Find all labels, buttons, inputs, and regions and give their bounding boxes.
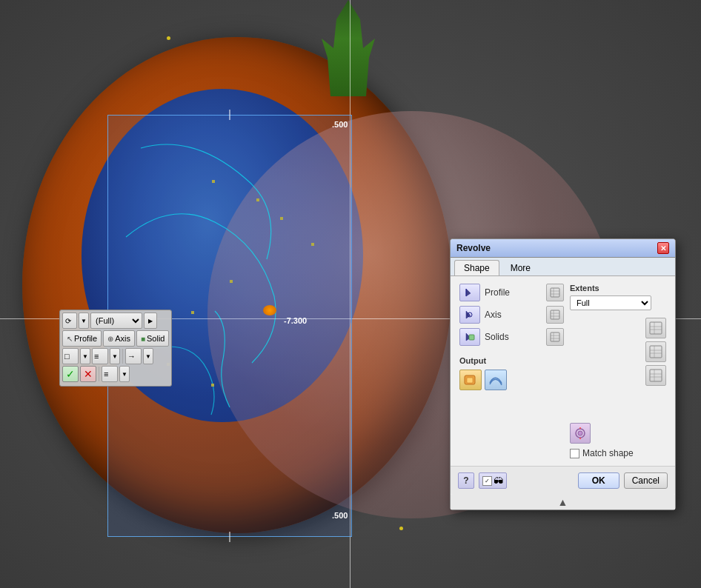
output-row [459, 370, 564, 390]
preview-checkbox[interactable] [482, 476, 492, 486]
footer-left: ? 🕶 [458, 472, 507, 489]
svg-rect-9 [551, 288, 559, 297]
axis-icon: ⊕ [107, 335, 113, 343]
solid-icon: ■ [141, 335, 145, 343]
footer-right: OK Cancel [578, 472, 668, 489]
svg-rect-33 [650, 370, 662, 381]
solids-item-row: Solids [459, 328, 564, 346]
svg-rect-14 [551, 310, 559, 319]
stack-dropdown[interactable]: ▼ [110, 348, 120, 364]
solids-select-btn[interactable] [546, 328, 564, 346]
axis-item-label: Axis [485, 310, 502, 320]
action-buttons [570, 318, 666, 386]
solids-item-icon[interactable] [459, 328, 480, 346]
extents-select[interactable]: Full Angle To From-To Symmetric [570, 295, 651, 310]
tab-more[interactable]: More [501, 260, 540, 275]
square-btn[interactable]: □ [62, 348, 79, 364]
solid-button[interactable]: ■ Solid [136, 330, 170, 347]
revolve-dialog: Revolve ✕ Shape More Profile [450, 238, 676, 510]
tab-shape[interactable]: Shape [454, 260, 499, 275]
arrow-btn[interactable]: → [125, 348, 142, 364]
confirm-button[interactable]: ✓ [62, 366, 79, 382]
ok-button[interactable]: OK [578, 472, 619, 489]
svg-rect-29 [650, 346, 662, 358]
profile-icon: ↖ [67, 335, 73, 343]
arrow-dropdown[interactable]: ▼ [143, 348, 153, 364]
svg-rect-25 [650, 322, 662, 334]
rotate-button[interactable]: ⟳ [62, 313, 77, 329]
extents-label: Extents [570, 284, 666, 293]
shape-items-panel: Profile [459, 284, 564, 458]
view-dropdown-arrow[interactable]: ▼ [79, 313, 89, 329]
action-btn-1[interactable] [645, 318, 666, 338]
dimension-top: .500 [332, 120, 348, 129]
glasses-icon: 🕶 [494, 475, 503, 487]
output-solid-icon[interactable] [459, 370, 482, 390]
dialog-cancel-button[interactable]: Cancel [624, 472, 668, 489]
profile-item-icon[interactable] [459, 284, 480, 301]
profile-item-row: Profile [459, 284, 564, 301]
axis-select-btn[interactable] [546, 306, 564, 324]
list-btn[interactable]: ≡ [102, 366, 118, 382]
help-button[interactable]: ? [458, 472, 474, 489]
dialog-body: Profile [451, 276, 675, 466]
match-shape-check-row: Match shape [570, 448, 666, 458]
match-shape-label: Match shape [582, 448, 634, 458]
svg-point-38 [578, 431, 582, 435]
toolbar-row-2: ↖ Profile ⊕ Axis ■ Solid [62, 330, 169, 347]
stack-btn[interactable]: ≡ [92, 348, 108, 364]
svg-rect-24 [467, 378, 473, 383]
svg-rect-18 [469, 335, 474, 340]
axis-item-icon[interactable] [459, 306, 480, 324]
dimension-bot: .500 [332, 511, 348, 520]
toolbar-row-1: ⟳ ▼ (Full) ▶ [62, 313, 169, 329]
dialog-footer: ? 🕶 OK Cancel [451, 466, 675, 495]
toolbar-row-3: □ ▼ ≡ ▼ → ▼ [62, 348, 169, 364]
right-panel: Extents Full Angle To From-To Symmetric [570, 284, 666, 458]
view-select-arrow[interactable]: ▶ [144, 313, 157, 329]
solids-item-label: Solids [485, 332, 509, 342]
output-label: Output [459, 356, 564, 365]
profile-item-label: Profile [485, 287, 510, 298]
profile-button[interactable]: ↖ Profile [62, 330, 102, 347]
match-shape-container: Match shape [570, 423, 666, 458]
solid-label: Solid [147, 334, 165, 343]
cancel-button[interactable]: ✕ [80, 366, 96, 382]
dialog-arrow: ▲ [451, 495, 675, 510]
toolbar-panel: ⟳ ▼ (Full) ▶ ↖ Profile ⊕ Axis ■ Solid □ [59, 310, 172, 387]
glasses-button[interactable]: 🕶 [479, 472, 507, 489]
list-dropdown[interactable]: ▼ [119, 366, 130, 382]
dialog-titlebar: Revolve ✕ [451, 239, 675, 258]
dialog-title: Revolve [456, 243, 491, 253]
yellow-dot-2 [399, 527, 403, 530]
match-shape-icon[interactable] [570, 423, 591, 444]
action-btn-2[interactable] [645, 341, 666, 362]
profile-label: Profile [74, 334, 97, 343]
dimension-mid: -7.300 [284, 316, 307, 325]
toolbar-row-4: ✓ ✕ ≡ ▼ [62, 366, 169, 382]
svg-rect-19 [551, 333, 559, 341]
yellow-dot-1 [167, 36, 170, 40]
profile-select-btn[interactable] [546, 284, 564, 301]
dialog-close-button[interactable]: ✕ [657, 242, 669, 254]
axis-item-row: Axis [459, 306, 564, 324]
match-shape-checkbox[interactable] [570, 449, 579, 458]
orange-marker [263, 305, 276, 315]
action-btn-3[interactable] [645, 365, 666, 386]
axis-button[interactable]: ⊕ Axis [103, 330, 135, 347]
dialog-tabs: Shape More [451, 258, 675, 276]
view-select[interactable]: (Full) [90, 313, 142, 329]
axis-label: Axis [115, 334, 130, 343]
output-surface-icon[interactable] [485, 370, 507, 390]
square-dropdown[interactable]: ▼ [80, 348, 90, 364]
match-shape-row [570, 423, 666, 444]
